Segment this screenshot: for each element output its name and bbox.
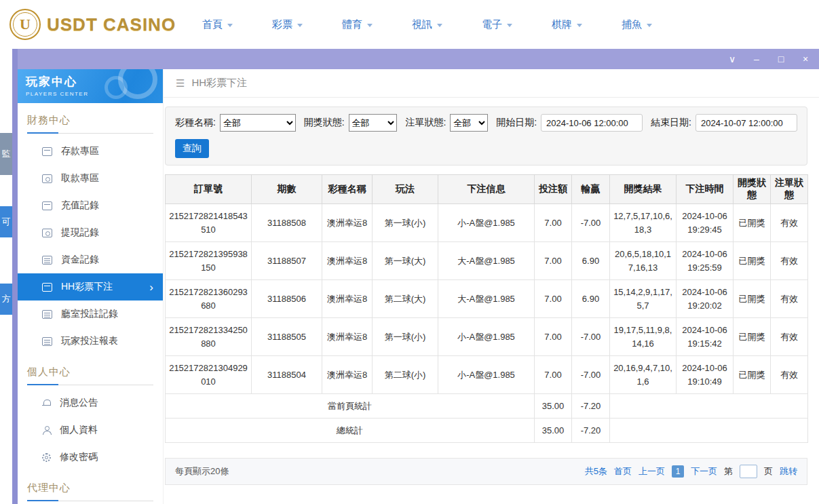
sidebar-item-hh-lottery-bets[interactable]: HH彩票下注› [18,273,163,301]
cell-draw-result: 12,7,5,17,10,6,18,3 [610,204,677,242]
cell-play: 第一球(大) [373,242,438,280]
start-date-label: 開始日期: [496,117,537,129]
site-logo[interactable]: U USDT CASINO [9,9,167,40]
cell-bet-time: 2024-10-06 19:10:49 [677,356,734,394]
sidebar-item-recharge-records[interactable]: 充值記錄 [18,192,163,219]
cell-order-id: 2152172821334250880 [166,318,252,356]
cell-bet-info: 小-A盤@1.985 [438,204,535,242]
cell-order-id: 2152172821304929010 [166,356,252,394]
person-icon [42,426,51,435]
cell-period: 31188508 [252,204,322,242]
menu-label: 提現記錄 [61,227,99,239]
cell-lottery: 澳洲幸运8 [322,204,373,242]
header-lottery: 彩種名稱 [322,175,373,204]
nav-item-fishing[interactable]: 捕魚 [622,18,652,31]
section-divider [27,133,153,134]
chevron-down-icon [297,24,303,30]
logo-icon: U [9,9,41,40]
menu-label: 充值記錄 [61,199,99,212]
sidebar-item-player-bet-report[interactable]: 玩家投注報表 [18,328,163,355]
edge-widget-tile[interactable]: 監 [0,133,12,175]
jump-link[interactable]: 跳转 [780,465,797,478]
window-collapse-icon[interactable]: ∨ [727,54,738,64]
sidebar-item-withdraw[interactable]: 取款專區 [18,165,163,192]
sidebar-item-deposit[interactable]: 存款專區 [18,138,163,165]
lottery-filter-label: 彩種名稱: [175,117,216,129]
header-bet-time: 下注時間 [677,175,734,204]
cell-order-status: 有效 [771,242,808,280]
per-page-label: 每頁顯示20條 [175,465,229,478]
section-personal-label: 個人中心 [27,366,153,385]
cell-period: 31188505 [252,318,322,356]
nav-item-slots[interactable]: 電子 [482,18,512,31]
cell-win-loss: 6.90 [572,242,610,280]
cell-order-id: 2152172821395938150 [166,242,252,280]
edge-widget-tile[interactable]: 可 [0,206,12,237]
edge-widget-tile[interactable]: 方 [0,284,12,315]
nav-item-home[interactable]: 首頁 [202,18,233,31]
window-close-icon[interactable]: × [800,54,811,64]
page-summary-bet-amount: 35.00 [535,394,572,419]
total-summary-label: 總統計 [166,419,535,443]
page-prefix-label: 第 [724,465,733,478]
end-date-input[interactable] [696,114,797,132]
table-footer: 每頁顯示20條 共5条 首页 上一页 1 下一页 第 页 跳转 [165,458,807,485]
sidebar-item-funds-records[interactable]: 資金記錄 [18,246,163,273]
start-date-input[interactable] [541,114,643,132]
cell-draw-result: 15,14,2,9,1,17,5,7 [610,280,677,318]
nav-item-cards[interactable]: 棋牌 [552,18,582,31]
page-jump-input[interactable] [740,465,757,478]
draw-status-select[interactable]: 全部 [349,114,398,132]
window-maximize-icon[interactable]: □ [776,54,786,64]
sidebar-item-announcements[interactable]: 消息公告 [18,389,163,416]
sidebar-subtitle: PLAYERS CENTER [26,91,155,97]
hamburger-icon[interactable]: ☰ [176,77,185,90]
order-status-select[interactable]: 全部 [450,114,488,132]
chevron-right-icon: › [149,282,153,293]
header-play: 玩法 [373,175,438,204]
header-order-status: 注單狀態 [771,175,808,204]
bets-table: 訂單號 期數 彩種名稱 玩法 下注信息 投注額 輸贏 開獎結果 下注時間 開獎狀… [165,174,808,443]
sidebar-item-withdrawal-records[interactable]: 提現記錄 [18,219,163,246]
header-draw-status: 開獎狀態 [734,175,771,204]
prev-page-link[interactable]: 上一页 [639,465,665,478]
cell-play: 第一球(小) [373,204,438,242]
cell-bet-amount: 7.00 [535,280,572,318]
nav-label: 體育 [342,18,362,31]
nav-label: 電子 [482,18,502,31]
first-page-link[interactable]: 首页 [614,465,632,478]
cell-bet-info: 小-A盤@1.985 [438,318,535,356]
next-page-link[interactable]: 下一页 [691,465,717,478]
cell-play: 第一球(小) [373,318,438,356]
sidebar-item-room-bet-records[interactable]: 廳室投註記錄 [18,301,163,328]
gear-icon [42,453,51,462]
sidebar-item-profile[interactable]: 個人資料 [18,416,163,444]
main-content: ☰ HH彩票下注 彩種名稱: 全部 開獎狀態: 全部 注單狀態: 全部 開始日期… [164,69,819,504]
room-bet-records-icon [42,310,52,319]
main-nav: 首頁 彩票 體育 視訊 電子 棋牌 捕魚 [202,18,652,31]
cell-draw-result: 20,16,9,4,7,10,1,6 [610,356,677,394]
cell-order-status: 有效 [771,318,808,356]
total-summary-empty [610,419,808,443]
window-minimize-icon[interactable]: – [751,54,762,64]
sidebar-item-change-password[interactable]: 修改密碼 [18,444,163,471]
bell-icon [42,399,51,408]
current-page-indicator[interactable]: 1 [672,465,684,478]
cell-order-status: 有效 [771,280,808,318]
nav-label: 捕魚 [622,18,642,31]
cell-bet-time: 2024-10-06 19:25:59 [677,242,734,280]
nav-item-live[interactable]: 視訊 [412,18,442,31]
window-titlebar: ∨ – □ × [18,49,819,69]
lottery-select[interactable]: 全部 [220,114,296,132]
menu-label: 修改密碼 [60,451,98,463]
nav-item-sports[interactable]: 體育 [342,18,373,31]
section-personal: 個人中心 [18,355,163,385]
header-bet-info: 下注信息 [438,175,535,204]
search-button[interactable]: 查詢 [175,139,209,158]
cell-order-status: 有效 [771,356,808,394]
cell-lottery: 澳洲幸运8 [322,280,373,318]
total-summary-win-loss: -7.20 [572,419,610,443]
table-header-row: 訂單號 期數 彩種名稱 玩法 下注信息 投注額 輸贏 開獎結果 下注時間 開獎狀… [166,175,808,204]
nav-item-lottery[interactable]: 彩票 [272,18,303,31]
logo-letter: U [20,16,31,33]
